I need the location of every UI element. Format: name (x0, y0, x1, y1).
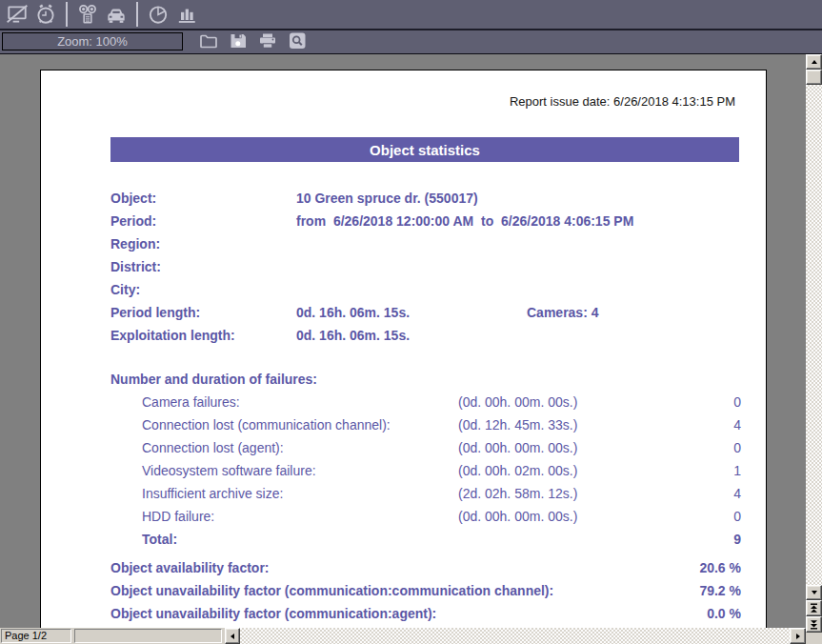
factor-value: 20.6 % (699, 556, 741, 579)
table-row: Insufficient archive size: (2d. 02h. 58m… (142, 482, 741, 505)
report-issue-date: Report issue date: 6/26/2018 4:13:15 PM (510, 94, 735, 109)
toolbar-area: Zoom: 100% (0, 0, 822, 54)
vertical-scrollbar-track[interactable] (806, 85, 822, 585)
field-label: Exploitation length: (110, 324, 296, 347)
main-toolbar (0, 0, 822, 30)
failure-count: 0 (733, 505, 741, 528)
scroll-down-button[interactable] (806, 585, 822, 600)
failure-duration: (0d. 00h. 00m. 00s.) (458, 505, 577, 528)
toolbar-separator (66, 2, 68, 27)
factor-label: Object availability factor: (110, 560, 270, 575)
failures-total-row: Total: 9 (142, 528, 741, 551)
car-icon[interactable] (102, 1, 130, 28)
field-row-district: District: (110, 255, 741, 278)
field-label: Period: (110, 210, 296, 232)
report-toolbar-icons (195, 31, 311, 50)
total-count: 9 (733, 528, 741, 551)
report-toolbar: Zoom: 100% (0, 30, 822, 51)
field-label: Region: (110, 232, 296, 255)
failure-count: 1 (733, 459, 741, 482)
right-arrow-icon (796, 634, 800, 639)
monitor-off-icon[interactable] (3, 1, 31, 28)
field-value: from 6/26/2018 12:00:00 AM to 6/26/2018 … (296, 213, 633, 229)
failure-duration: (2d. 02h. 58m. 12s.) (458, 482, 577, 505)
factor-label: Object unavailability factor (communicat… (110, 606, 436, 621)
field-row-exploitation-length: Exploitation length:0d. 16h. 06m. 15s. (110, 324, 741, 347)
toolbar-separator (136, 2, 138, 27)
page-indicator: Page 1/2 (1, 629, 71, 643)
bar-chart-icon[interactable] (172, 1, 201, 28)
page-up-icon (810, 603, 818, 614)
field-row-city: City: (110, 278, 741, 301)
table-row: Connection lost (agent): (0d. 00h. 00m. … (142, 436, 741, 459)
failure-label: HDD failure: (142, 509, 214, 524)
field-row-object: Object:10 Green spruce dr. (550017) (110, 187, 741, 210)
scroll-left-button[interactable] (225, 628, 240, 644)
failure-duration: (0d. 12h. 45m. 33s.) (458, 413, 577, 436)
failure-count: 0 (733, 436, 741, 459)
vertical-scrollbar[interactable] (806, 54, 822, 644)
report-fields: Object:10 Green spruce dr. (550017) Peri… (110, 187, 741, 347)
failure-duration: (0d. 00h. 00m. 00s.) (458, 436, 577, 459)
availability-factors: Object availability factor: 20.6 % Objec… (110, 556, 741, 628)
report-title: Object statistics (370, 142, 480, 158)
table-row: Camera failures: (0d. 00h. 00m. 00s.) 0 (142, 391, 741, 413)
factor-row: Object availability factor: 20.6 % (110, 556, 741, 579)
left-arrow-icon (231, 634, 234, 639)
up-arrow-icon (812, 60, 817, 64)
failure-label: Connection lost (communication channel): (142, 417, 391, 433)
factor-row: Object unavailability factor (communicat… (110, 602, 741, 625)
horizontal-scrollbar[interactable] (225, 628, 806, 644)
tape-recorder-icon[interactable] (73, 1, 102, 28)
factor-label: Object unavailability factor (communicat… (110, 583, 553, 598)
report-preview-area: Report issue date: 6/26/2018 4:13:15 PM … (0, 54, 806, 628)
failure-label: Insufficient archive size: (142, 486, 283, 501)
page-down-icon (810, 619, 818, 630)
printer-icon[interactable] (254, 31, 281, 50)
report-page: Report issue date: 6/26/2018 4:13:15 PM … (40, 70, 767, 628)
table-row: Connection lost (communication channel):… (142, 413, 741, 436)
failure-label: Connection lost (agent): (142, 440, 284, 455)
total-label: Total: (142, 532, 177, 547)
field-row-period-length: Period length:0d. 16h. 06m. 15s. Cameras… (110, 301, 741, 324)
failure-label: Videosystem software failure: (142, 463, 316, 478)
pie-chart-icon[interactable] (144, 1, 172, 28)
factor-value: 79.2 % (699, 579, 741, 602)
status-panel (74, 629, 222, 643)
report-title-bar: Object statistics (110, 137, 739, 162)
previous-page-button[interactable] (806, 600, 822, 616)
failure-duration: (0d. 00h. 02m. 00s.) (458, 459, 577, 482)
field-label: Period length: (110, 301, 296, 324)
zoom-level-control[interactable]: Zoom: 100% (2, 32, 183, 50)
field-value: 10 Green spruce dr. (550017) (296, 191, 478, 206)
cameras-count: Cameras: 4 (527, 301, 599, 324)
failure-label: Camera failures: (142, 394, 240, 410)
horizontal-scrollbar-track[interactable] (240, 628, 790, 644)
field-label: Object: (110, 187, 296, 210)
factor-row: Object unavailability factor (communicat… (110, 579, 741, 602)
table-row: Videosystem software failure: (0d. 00h. … (142, 459, 741, 482)
field-row-region: Region: (110, 232, 741, 255)
save-floppy-icon[interactable] (225, 31, 251, 50)
vertical-scrollbar-thumb[interactable] (806, 70, 822, 85)
zoom-level-label: Zoom: 100% (57, 34, 128, 49)
failures-section-header: Number and duration of failures: (110, 368, 317, 391)
field-value: 0d. 16h. 06m. 15s. (296, 305, 410, 320)
failure-count: 4 (733, 482, 741, 505)
open-folder-icon[interactable] (195, 31, 222, 50)
alarm-clock-icon[interactable] (31, 1, 60, 28)
failure-count: 4 (733, 413, 741, 436)
field-row-period: Period:from 6/26/2018 12:00:00 AM to 6/2… (110, 210, 741, 232)
scroll-up-button[interactable] (806, 54, 822, 70)
table-row: HDD failure: (0d. 00h. 00m. 00s.) 0 (142, 505, 741, 528)
field-label: District: (110, 255, 296, 278)
scroll-right-button[interactable] (790, 628, 806, 644)
failures-table: Camera failures: (0d. 00h. 00m. 00s.) 0 … (142, 391, 741, 551)
search-icon[interactable] (284, 31, 311, 50)
field-value: 0d. 16h. 06m. 15s. (296, 328, 410, 343)
status-bar: Page 1/2 (0, 628, 806, 644)
scrollbar-corner (806, 633, 822, 644)
down-arrow-icon (812, 591, 817, 594)
field-label: City: (110, 278, 296, 301)
next-page-button[interactable] (806, 616, 822, 633)
